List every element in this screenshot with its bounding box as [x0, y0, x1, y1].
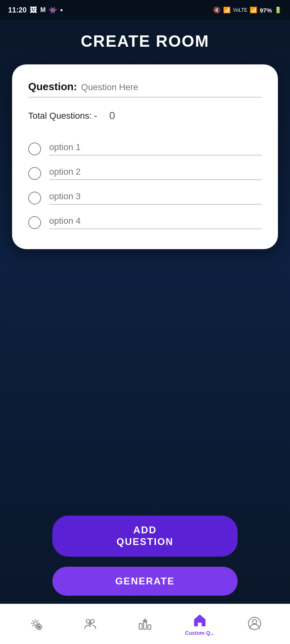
mail-icon: M: [40, 6, 46, 14]
svg-point-3: [86, 619, 90, 623]
total-questions-label: Total Questions: -: [28, 111, 97, 121]
question-label: Question:: [28, 80, 77, 93]
svg-rect-7: [148, 625, 151, 629]
page-title: CREATE ROOM: [81, 32, 209, 50]
dot-icon: •: [60, 6, 62, 14]
nav-item-team[interactable]: [63, 615, 118, 633]
nav-label-custom: Custom Q...: [185, 630, 215, 636]
generate-button[interactable]: GENERATE: [52, 567, 238, 596]
nav-item-leaderboard[interactable]: [118, 615, 172, 633]
radio-option-4[interactable]: [28, 216, 41, 229]
add-question-line1: ADD: [133, 524, 157, 535]
home-icon: [192, 612, 208, 628]
total-questions-row: Total Questions: - 0: [28, 109, 262, 122]
question-input[interactable]: [81, 82, 262, 93]
option-row-2: [28, 167, 262, 180]
option-row-1: [28, 142, 262, 155]
profile-icon: [246, 615, 263, 632]
team-icon: [82, 615, 98, 632]
nav-item-profile[interactable]: [227, 615, 282, 633]
radio-option-3[interactable]: [28, 192, 41, 204]
signal-icon: 📶: [250, 6, 257, 14]
svg-point-0: [34, 621, 37, 625]
battery-icon: 🔋: [274, 6, 282, 14]
option-input-2[interactable]: [49, 167, 262, 180]
gallery-icon: 🖼: [30, 6, 37, 14]
status-bar: 11:20 🖼 M 👾 • 🔇 📶 VoLTE 📶 97% 🔋: [0, 0, 290, 20]
time-display: 11:20: [8, 6, 27, 14]
option-input-4[interactable]: [49, 216, 262, 229]
bottom-nav: Custom Q...: [0, 604, 290, 644]
leaderboard-icon: [137, 615, 153, 632]
buttons-area: ADD QUESTION GENERATE: [0, 502, 290, 604]
radio-option-2[interactable]: [28, 167, 41, 180]
question-row: Question:: [28, 80, 262, 97]
mute-icon: 🔇: [213, 6, 221, 14]
svg-point-10: [253, 619, 257, 624]
battery-text: 97%: [260, 7, 272, 14]
nav-item-settings[interactable]: [8, 615, 63, 633]
option-row-3: [28, 191, 262, 204]
radio-option-1[interactable]: [28, 142, 41, 155]
status-bar-left: 11:20 🖼 M 👾 •: [8, 6, 63, 14]
main-content: CREATE ROOM Question: Total Questions: -…: [0, 20, 290, 502]
options-list: [28, 142, 262, 229]
svg-point-4: [91, 619, 94, 623]
wifi-icon: 📶: [223, 6, 231, 14]
svg-marker-8: [142, 617, 148, 623]
status-bar-right: 🔇 📶 VoLTE 📶 97% 🔋: [213, 6, 282, 14]
add-question-line2: QUESTION: [116, 536, 173, 547]
add-question-button[interactable]: ADD QUESTION: [52, 516, 238, 557]
lte-icon: VoLTE: [233, 7, 247, 13]
total-questions-value: 0: [109, 109, 115, 122]
svg-rect-5: [139, 623, 142, 629]
svg-point-2: [38, 626, 40, 628]
option-row-4: [28, 216, 262, 229]
create-room-card: Question: Total Questions: - 0: [12, 64, 278, 249]
option-input-3[interactable]: [49, 191, 262, 204]
game-icon: 👾: [49, 6, 57, 14]
settings-icon: [27, 615, 44, 632]
nav-item-custom[interactable]: Custom Q...: [172, 612, 227, 636]
option-input-1[interactable]: [49, 142, 262, 155]
